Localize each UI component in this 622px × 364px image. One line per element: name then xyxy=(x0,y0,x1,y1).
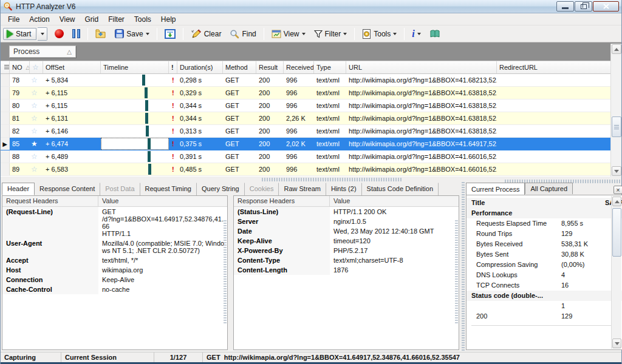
grid-vertical-scrollbar[interactable] xyxy=(610,44,621,177)
header-value: text/html, */* xyxy=(98,255,227,265)
bookmark-star-icon[interactable]: ☆ xyxy=(30,99,43,112)
find-button[interactable]: Find xyxy=(226,27,259,41)
funnel-icon xyxy=(314,30,323,38)
detail-tab[interactable]: Post Data xyxy=(100,183,140,195)
request-pane-header: Request Headers Value xyxy=(2,196,227,207)
stats-scrollbar[interactable] xyxy=(611,196,621,349)
bookmark-star-icon[interactable]: ☆ xyxy=(30,150,43,163)
cell-duration: 0,298 s xyxy=(177,74,223,86)
column-header-result[interactable]: Result xyxy=(256,61,284,73)
column-header-redirecturl[interactable]: RedirectURL xyxy=(497,61,611,73)
bookmark-star-icon[interactable]: ☆ xyxy=(30,125,43,137)
stat-label: Bytes Received xyxy=(471,239,561,249)
bookmark-star-icon[interactable]: ☆ xyxy=(30,163,43,175)
groupby-process-chip[interactable]: Process △ xyxy=(9,46,76,58)
pane-scrollbar[interactable] xyxy=(455,220,458,323)
scroll-down-button[interactable] xyxy=(612,339,621,348)
column-header-type[interactable]: Type xyxy=(314,61,346,73)
stats-close-button[interactable]: × xyxy=(613,186,622,194)
detail-tab[interactable]: Header xyxy=(2,183,35,195)
menu-item[interactable]: File xyxy=(3,14,24,25)
column-header-timeline[interactable]: Timeline xyxy=(101,61,169,73)
detail-tab[interactable]: Raw Stream xyxy=(279,183,326,195)
detail-tab-bar: HeaderResponse ContentPost DataRequest T… xyxy=(2,183,439,195)
filter-button[interactable]: Filter xyxy=(310,28,351,40)
bookmark-star-icon[interactable]: ☆ xyxy=(30,74,43,86)
stop-button[interactable] xyxy=(51,27,67,40)
chevron-down-icon xyxy=(417,33,421,37)
maximize-button[interactable] xyxy=(575,1,592,12)
info-button[interactable]: i xyxy=(408,28,424,40)
menu-item[interactable]: View xyxy=(55,14,80,25)
scroll-thumb[interactable] xyxy=(612,208,621,257)
scroll-up-button[interactable] xyxy=(612,44,621,54)
close-button[interactable] xyxy=(593,1,619,12)
menu-item[interactable]: Filter xyxy=(103,14,129,25)
pane-scrollbar[interactable] xyxy=(224,220,227,323)
cell-offset: + 5,834 xyxy=(43,74,101,86)
cell-received: 996 xyxy=(284,150,314,163)
request-row[interactable]: ▶ 89 ☆ + 6,583 ! 0,485 s GET 200 996 tex… xyxy=(1,163,611,176)
scroll-down-button[interactable] xyxy=(612,166,621,176)
tools-button[interactable]: Tools xyxy=(358,27,400,41)
arrow-down-icon xyxy=(615,342,620,348)
header-value: GET /d?lng=1&BBOX=41.64917,52.34876,41.6… xyxy=(98,207,227,238)
cell-redirecturl xyxy=(497,125,611,137)
stats-row: Requests Elapsed Time 8,955 s xyxy=(466,218,622,229)
column-header-no[interactable]: NO△ xyxy=(10,61,30,73)
stat-label: Compression Saving xyxy=(471,260,561,270)
save-button[interactable]: Save xyxy=(111,27,152,40)
clear-label: Clear xyxy=(204,30,222,38)
request-row[interactable]: ▶ 80 ☆ + 6,115 ! 0,344 s GET 200 996 tex… xyxy=(1,99,611,112)
bookmark-star-icon[interactable]: ☆ xyxy=(30,87,43,99)
open-button[interactable] xyxy=(92,27,110,40)
menu-item[interactable]: Help xyxy=(156,14,181,25)
detail-tab[interactable]: Request Timing xyxy=(140,183,197,195)
menu-item[interactable]: Grid xyxy=(80,14,104,25)
vertical-splitter[interactable] xyxy=(462,182,465,352)
bookmark-star-icon[interactable]: ☆ xyxy=(30,112,43,124)
bookmark-star-icon[interactable]: ★ xyxy=(30,138,43,150)
dock-button[interactable] xyxy=(161,27,179,41)
clear-button[interactable]: Clear xyxy=(187,27,225,41)
column-header-alert[interactable]: ! xyxy=(169,61,177,73)
chevron-down-icon xyxy=(393,33,397,37)
scroll-up-button[interactable] xyxy=(612,197,621,206)
request-row[interactable]: ▶ 82 ☆ + 6,146 ! 0,313 s GET 200 996 tex… xyxy=(1,125,611,138)
column-header-duration[interactable]: Duration(s) xyxy=(177,61,223,73)
stats-tab[interactable]: All Captured xyxy=(525,183,573,194)
column-header-star[interactable]: ☆ xyxy=(30,61,43,73)
menu-item[interactable]: Action xyxy=(24,14,54,25)
request-row[interactable]: ▶ 81 ☆ + 6,131 ! 0,344 s GET 200 2,26 K … xyxy=(1,112,611,125)
request-row[interactable]: ▶ 85 ★ + 6,474 ! 0,375 s GET 200 2,02 K … xyxy=(1,138,611,150)
cell-duration: 0,344 s xyxy=(177,99,223,112)
column-chooser[interactable] xyxy=(1,61,10,73)
alert-icon: ! xyxy=(169,163,177,175)
view-button[interactable]: View xyxy=(268,28,309,40)
start-button[interactable]: Start xyxy=(3,28,36,40)
help-button[interactable] xyxy=(426,28,444,40)
menu-bar: FileActionViewGridFilterToolsHelp xyxy=(1,13,621,25)
detail-tab[interactable]: Cookies xyxy=(245,183,279,195)
detail-tab[interactable]: Hints (2) xyxy=(326,183,362,195)
detail-tab[interactable]: Status Code Definition xyxy=(362,183,439,195)
minimize-button[interactable] xyxy=(556,1,574,12)
column-header-received[interactable]: Received xyxy=(284,61,314,73)
detail-tab[interactable]: Response Content xyxy=(35,183,100,195)
scroll-thumb[interactable] xyxy=(612,116,621,137)
request-row[interactable]: ▶ 88 ☆ + 6,489 ! 0,391 s GET 200 996 tex… xyxy=(1,150,611,163)
horizontal-splitter[interactable] xyxy=(262,178,402,181)
stats-tab[interactable]: Current Process xyxy=(466,183,525,195)
column-header-method[interactable]: Method xyxy=(223,61,256,73)
request-row[interactable]: ▶ 79 ☆ + 6,115 ! 0,329 s GET 200 996 tex… xyxy=(1,87,611,99)
timeline-bar xyxy=(142,75,145,86)
grid-header: NO△ ☆ OffSet Timeline ! Duration(s) Meth… xyxy=(1,61,611,74)
start-dropdown-button[interactable] xyxy=(38,27,47,41)
column-header-url[interactable]: URL xyxy=(346,61,497,73)
request-row[interactable]: ▶ 78 ☆ + 5,834 ! 0,298 s GET 200 996 tex… xyxy=(1,74,611,87)
menu-item[interactable]: Tools xyxy=(129,14,156,25)
column-header-offset[interactable]: OffSet xyxy=(43,61,101,73)
detail-tab[interactable]: Query String xyxy=(197,183,245,195)
arrow-down-icon xyxy=(614,170,619,175)
pause-button[interactable] xyxy=(69,27,84,40)
